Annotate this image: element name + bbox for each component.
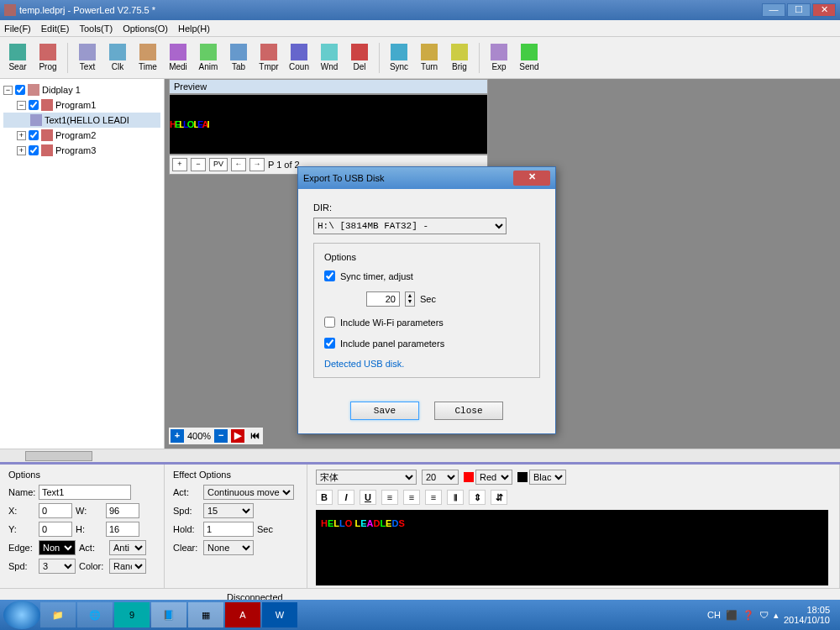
y-input[interactable] [39, 522, 72, 537]
task-app2[interactable]: 📘 [151, 602, 186, 627]
tool-exp[interactable]: Exp [485, 42, 513, 73]
clear-select[interactable]: None [203, 540, 254, 555]
tree-checkbox[interactable] [29, 100, 39, 110]
x-input[interactable] [39, 503, 72, 518]
tree-checkbox[interactable] [29, 145, 39, 155]
pv-button[interactable]: PV [209, 158, 228, 171]
spacing-button[interactable]: ⇕ [469, 490, 486, 505]
menu-tools[interactable]: Tools(T) [79, 24, 113, 34]
underline-button[interactable]: U [360, 490, 376, 505]
task-word[interactable]: W [262, 602, 297, 627]
tray-icon[interactable]: ❓ [743, 610, 754, 621]
close-dialog-button[interactable]: Close [434, 402, 503, 420]
tool-tab[interactable]: Tab [224, 42, 253, 73]
tree-root[interactable]: − Didplay 1 [3, 82, 160, 97]
wifi-checkbox[interactable] [324, 317, 335, 328]
align-left-button[interactable]: ≡ [381, 490, 398, 505]
edge-select[interactable]: Non [39, 540, 76, 555]
expand-icon[interactable]: − [3, 86, 13, 95]
tool-prog[interactable]: Prog [34, 42, 62, 73]
act2-select[interactable]: Anti [109, 540, 146, 555]
bgcolor-select[interactable]: Blac [529, 470, 566, 485]
h-input[interactable] [106, 522, 139, 537]
menu-file[interactable]: File(F) [4, 24, 31, 34]
expand-icon[interactable]: − [17, 101, 26, 110]
text-editor[interactable]: HELLO LEADLEDS [316, 510, 828, 585]
bold-button[interactable]: B [316, 490, 333, 505]
zoom-in-icon[interactable]: + [171, 429, 184, 443]
tray-icon[interactable]: 🛡 [759, 610, 769, 620]
tool-sear[interactable]: Sear [3, 42, 32, 73]
tool-text[interactable]: Text [73, 42, 102, 73]
tree-text1[interactable]: Text1(HELLO LEADI [3, 113, 160, 128]
tree-program2[interactable]: + Program2 [3, 128, 160, 143]
tool-coun[interactable]: Coun [285, 42, 313, 73]
menu-options[interactable]: Options(O) [123, 24, 168, 34]
dialog-close-button[interactable]: ✕ [513, 171, 550, 186]
task-powerled[interactable]: ▦ [188, 602, 223, 627]
maximize-button[interactable]: ☐ [787, 3, 811, 17]
w-input[interactable] [106, 503, 139, 518]
minimize-button[interactable]: — [762, 3, 785, 17]
tree-checkbox[interactable] [29, 130, 39, 140]
align-center-button[interactable]: ≡ [403, 490, 420, 505]
expand-icon[interactable]: + [17, 146, 26, 155]
tool-del[interactable]: Del [345, 42, 374, 73]
tool-brig[interactable]: Brig [445, 42, 474, 73]
tool-tmpr[interactable]: Tmpr [255, 42, 283, 73]
clock-time[interactable]: 18:05 [784, 605, 830, 615]
fgcolor-select[interactable]: Red [475, 470, 512, 485]
zoom-out-icon[interactable]: − [214, 429, 228, 443]
hold-input[interactable] [203, 522, 254, 537]
dir-select[interactable]: H:\ [3814MB FAT32] - [313, 218, 507, 234]
horizontal-scrollbar[interactable] [0, 449, 840, 462]
expand-icon[interactable]: + [17, 131, 26, 140]
linespace-button[interactable]: ⇵ [491, 490, 507, 505]
close-button[interactable]: ✕ [812, 3, 836, 17]
zoom-out-button[interactable]: − [191, 158, 206, 171]
act-select[interactable]: Continuous move [203, 485, 294, 500]
size-select[interactable]: 20 [422, 470, 459, 485]
tray-icon[interactable]: ⬛ [726, 610, 738, 621]
dialog-titlebar[interactable]: Export To USB Disk ✕ [298, 167, 555, 189]
sync-value-input[interactable] [366, 291, 400, 307]
play-icon[interactable]: ▶ [231, 429, 244, 443]
tool-sync[interactable]: Sync [385, 42, 413, 73]
clock-date[interactable]: 2014/10/10 [784, 615, 830, 625]
menu-edit[interactable]: Edit(E) [41, 24, 70, 34]
color-select[interactable]: Ranc [109, 559, 146, 574]
zoom-in-button[interactable]: + [172, 158, 187, 171]
menu-help[interactable]: Help(H) [178, 24, 210, 34]
italic-button[interactable]: I [338, 490, 354, 505]
task-chrome[interactable]: 🌐 [77, 602, 113, 627]
task-explorer[interactable]: 📁 [40, 602, 76, 627]
tool-anim[interactable]: Anim [194, 42, 223, 73]
tool-medi[interactable]: Medi [164, 42, 192, 73]
tree-program3[interactable]: + Program3 [3, 143, 160, 158]
rewind-icon[interactable]: ⏮ [248, 429, 261, 443]
bars-button[interactable]: ⦀ [447, 490, 464, 505]
panel-checkbox[interactable] [324, 338, 335, 349]
tool-time[interactable]: Time [134, 42, 162, 73]
spinner-buttons[interactable]: ▲▼ [405, 291, 415, 307]
lang-indicator[interactable]: CH [707, 610, 721, 620]
tool-clk[interactable]: Clk [103, 42, 132, 73]
start-button[interactable] [3, 601, 40, 629]
tool-wnd[interactable]: Wnd [315, 42, 344, 73]
detected-link[interactable]: Detected USB disk. [324, 359, 529, 369]
prev-page-button[interactable]: ← [231, 158, 246, 171]
task-app1[interactable]: 9 [114, 602, 150, 627]
save-button[interactable]: Save [350, 402, 419, 420]
tree-program1[interactable]: − Program1 [3, 97, 160, 113]
spd-select[interactable]: 15 [203, 503, 254, 518]
tool-send[interactable]: Send [515, 42, 543, 73]
tool-turn[interactable]: Turn [415, 42, 444, 73]
task-pdf[interactable]: A [225, 602, 260, 627]
align-right-button[interactable]: ≡ [425, 490, 442, 505]
sync-checkbox[interactable] [324, 270, 335, 281]
font-select[interactable]: 宋体 [316, 470, 417, 485]
tree-checkbox[interactable] [15, 85, 25, 95]
spd2-select[interactable]: 3 [39, 559, 76, 574]
next-page-button[interactable]: → [249, 158, 265, 171]
tray-expand-icon[interactable]: ▴ [774, 610, 779, 621]
